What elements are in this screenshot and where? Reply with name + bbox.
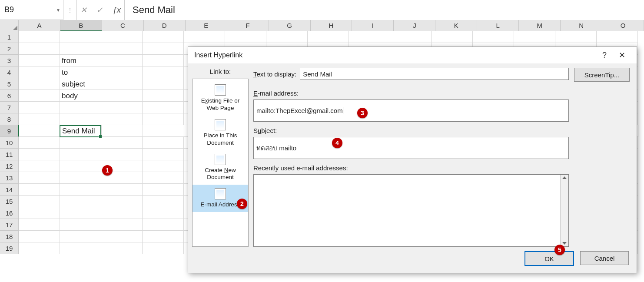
- cell-A8[interactable]: [19, 113, 60, 125]
- cell-D17[interactable]: [143, 219, 184, 231]
- cell-B17[interactable]: [60, 219, 101, 231]
- scrollbar[interactable]: [560, 175, 568, 246]
- cell-B11[interactable]: [60, 149, 101, 160]
- cell-B6[interactable]: body: [60, 90, 101, 102]
- cell-D8[interactable]: [143, 113, 184, 125]
- cell-C3[interactable]: [101, 55, 143, 66]
- row-header-5[interactable]: 5: [0, 78, 19, 90]
- row-header-4[interactable]: 4: [0, 66, 19, 78]
- cell-B10[interactable]: [60, 137, 101, 149]
- cell-D3[interactable]: [143, 55, 184, 66]
- col-header-C[interactable]: C: [102, 20, 144, 31]
- cell-C14[interactable]: [101, 184, 143, 196]
- row-header-3[interactable]: 3: [0, 55, 19, 66]
- cell-A5[interactable]: [19, 78, 60, 90]
- cell-B2[interactable]: [60, 43, 101, 55]
- row-header-10[interactable]: 10: [0, 137, 19, 149]
- cell-D12[interactable]: [143, 160, 184, 172]
- cell-C18[interactable]: [101, 231, 143, 242]
- cell-J1[interactable]: [390, 31, 432, 43]
- cell-A9[interactable]: [19, 125, 60, 137]
- cell-B5[interactable]: subject: [60, 78, 101, 90]
- cell-A12[interactable]: [19, 160, 60, 172]
- cell-D14[interactable]: [143, 184, 184, 196]
- cell-D6[interactable]: [143, 90, 184, 102]
- fx-icon[interactable]: ƒx: [113, 6, 121, 15]
- cell-B3[interactable]: from: [60, 55, 101, 66]
- col-header-N[interactable]: N: [561, 20, 602, 31]
- cell-G1[interactable]: [266, 31, 308, 43]
- cell-D15[interactable]: [143, 196, 184, 207]
- cell-A19[interactable]: [19, 242, 60, 254]
- row-header-12[interactable]: 12: [0, 160, 19, 172]
- cell-B4[interactable]: to: [60, 66, 101, 78]
- cell-E1[interactable]: [184, 31, 225, 43]
- cell-A2[interactable]: [19, 43, 60, 55]
- cell-D9[interactable]: [143, 125, 184, 137]
- cell-D2[interactable]: [143, 43, 184, 55]
- cell-C2[interactable]: [101, 43, 143, 55]
- linkto-create-new[interactable]: Create NewDocument: [193, 150, 248, 185]
- cell-A17[interactable]: [19, 219, 60, 231]
- cell-L1[interactable]: [473, 31, 514, 43]
- cell-C17[interactable]: [101, 219, 143, 231]
- cell-A15[interactable]: [19, 196, 60, 207]
- cell-A13[interactable]: [19, 172, 60, 184]
- cell-C10[interactable]: [101, 137, 143, 149]
- row-header-7[interactable]: 7: [0, 102, 19, 113]
- col-header-H[interactable]: H: [311, 20, 352, 31]
- col-header-I[interactable]: I: [352, 20, 394, 31]
- col-header-O[interactable]: O: [602, 20, 644, 31]
- cell-D1[interactable]: [143, 31, 184, 43]
- close-icon[interactable]: ✕: [613, 50, 631, 60]
- cell-C19[interactable]: [101, 242, 143, 254]
- enter-icon[interactable]: ✓: [96, 5, 103, 15]
- cell-A18[interactable]: [19, 231, 60, 242]
- cell-O1[interactable]: [597, 31, 638, 43]
- row-header-13[interactable]: 13: [0, 172, 19, 184]
- cell-B16[interactable]: [60, 207, 101, 219]
- cell-B15[interactable]: [60, 196, 101, 207]
- subject-input[interactable]: ทดสอบ mailto: [253, 137, 569, 159]
- cell-B1[interactable]: [60, 31, 101, 43]
- cell-D11[interactable]: [143, 149, 184, 160]
- cell-D7[interactable]: [143, 102, 184, 113]
- col-header-B[interactable]: B: [60, 20, 102, 31]
- cell-H1[interactable]: [308, 31, 349, 43]
- cell-K1[interactable]: [432, 31, 473, 43]
- cell-B8[interactable]: [60, 113, 101, 125]
- linkto-place-in-doc[interactable]: Place in ThisDocument: [193, 116, 248, 150]
- col-header-K[interactable]: K: [435, 20, 477, 31]
- row-header-17[interactable]: 17: [0, 219, 19, 231]
- row-header-6[interactable]: 6: [0, 90, 19, 102]
- cell-A6[interactable]: [19, 90, 60, 102]
- cell-C15[interactable]: [101, 196, 143, 207]
- cell-C4[interactable]: [101, 66, 143, 78]
- col-header-D[interactable]: D: [144, 20, 186, 31]
- cell-D4[interactable]: [143, 66, 184, 78]
- cell-F1[interactable]: [225, 31, 266, 43]
- cancel-icon[interactable]: ✕: [80, 5, 87, 15]
- cell-A14[interactable]: [19, 184, 60, 196]
- ok-button[interactable]: OK: [524, 251, 574, 266]
- row-header-2[interactable]: 2: [0, 43, 19, 55]
- linkto-existing-file[interactable]: Existing File orWeb Page: [193, 81, 248, 116]
- cell-M1[interactable]: [514, 31, 555, 43]
- col-header-A[interactable]: A: [19, 20, 60, 31]
- row-header-9[interactable]: 9: [0, 125, 19, 137]
- cell-C16[interactable]: [101, 207, 143, 219]
- screentip-button[interactable]: ScreenTip...: [574, 68, 630, 82]
- cell-B18[interactable]: [60, 231, 101, 242]
- email-address-input[interactable]: mailto:ThepExcel@gmail.com: [253, 100, 569, 122]
- select-all-corner[interactable]: [0, 20, 19, 31]
- row-header-8[interactable]: 8: [0, 113, 19, 125]
- cell-D19[interactable]: [143, 242, 184, 254]
- text-to-display-input[interactable]: Send Mail: [300, 68, 569, 80]
- cell-B13[interactable]: [60, 172, 101, 184]
- row-header-11[interactable]: 11: [0, 149, 19, 160]
- cell-B7[interactable]: [60, 102, 101, 113]
- col-header-J[interactable]: J: [394, 20, 435, 31]
- cell-D5[interactable]: [143, 78, 184, 90]
- row-header-1[interactable]: 1: [0, 31, 19, 43]
- cell-N1[interactable]: [555, 31, 597, 43]
